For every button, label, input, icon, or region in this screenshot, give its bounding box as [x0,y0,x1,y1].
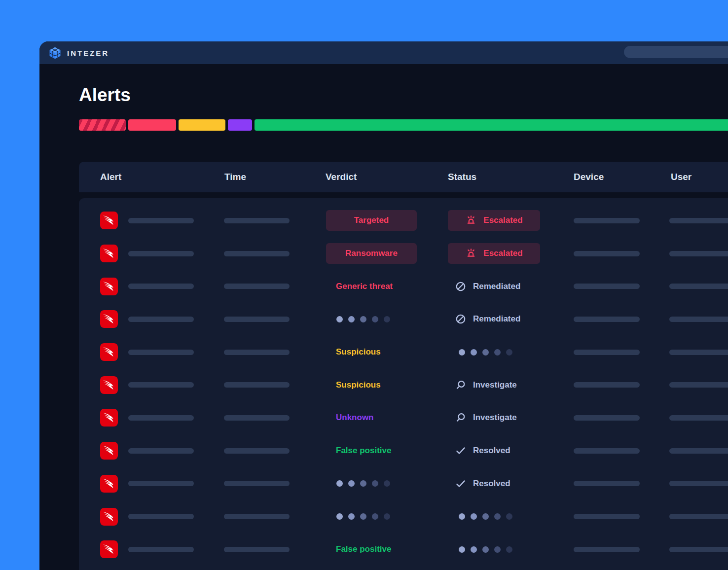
user-cell [669,401,728,434]
table-row[interactable]: UnknownInvestigate [79,401,728,434]
user-cell [669,237,728,270]
verdict-cell: False positive [326,434,417,467]
crowdstrike-falcon-icon [100,245,118,262]
status-badge[interactable]: Escalated [448,210,540,231]
search-icon [455,412,467,424]
time-cell [224,401,290,434]
column-header-time: Time [224,162,246,192]
status-indicator[interactable]: Remediated [448,313,520,325]
user-cell [669,434,728,467]
loading-dot [494,546,501,553]
status-indicator[interactable]: Investigate [448,412,517,424]
status-indicator[interactable]: Remediated [448,281,520,292]
loading-dot [336,513,343,520]
search-input[interactable] [624,46,728,58]
user-skeleton [669,514,728,519]
loading-dot [506,513,512,520]
segment-unknown[interactable] [228,119,252,131]
loading-dot [348,513,355,520]
alert-name-skeleton [128,514,194,519]
loading-dot [482,546,489,553]
check-icon [455,445,467,457]
time-skeleton [224,448,290,454]
verdict-badge[interactable]: Ransomware [326,243,417,264]
device-skeleton [574,382,640,388]
table-row[interactable]: TargetedEscalated [79,204,728,237]
time-skeleton [224,350,290,355]
loading-dot [372,480,378,487]
device-cell [574,303,640,336]
segment-critical-striped[interactable] [79,119,126,131]
user-skeleton [669,317,728,322]
crowdstrike-falcon-icon [100,343,118,361]
table-row[interactable]: False positive [79,533,728,566]
table-row[interactable]: Generic threatRemediated [79,270,728,303]
device-skeleton [574,481,640,486]
status-badge[interactable]: Escalated [448,243,540,264]
table-header: Alert Time Verdict Status Device User [79,162,728,192]
crowdstrike-falcon-icon [100,540,118,558]
page-title: Alerts [79,86,131,104]
loading-dots [326,480,390,487]
falcon-glyph-icon [102,443,116,458]
loading-dot [384,480,390,487]
verdict-label: False positive [326,446,391,456]
verdict-cell [326,500,417,533]
loading-dot [384,513,390,520]
loading-dot [471,546,477,553]
table-row[interactable]: RansomwareEscalated [79,237,728,270]
segment-critical[interactable] [128,119,176,131]
status-indicator[interactable]: Investigate [448,379,517,391]
status-label: Escalated [483,215,522,225]
alert-source-cell [100,500,118,533]
time-cell [224,434,290,467]
status-cell: Investigate [448,368,540,401]
column-header-verdict: Verdict [326,162,357,192]
table-row[interactable]: Resolved [79,467,728,500]
device-cell [574,270,640,303]
status-cell [448,533,540,566]
verdict-badge[interactable]: Targeted [326,210,417,231]
device-skeleton [574,251,640,256]
alert-source-cell [100,303,118,336]
loading-dot [360,316,366,322]
status-label: Investigate [473,413,517,423]
crowdstrike-falcon-icon [100,310,118,328]
status-cell: Escalated [448,237,540,270]
falcon-glyph-icon [102,246,116,261]
device-cell [574,401,640,434]
time-cell [224,270,290,303]
alerts-summary-bar [79,119,728,131]
table-row[interactable] [79,500,728,533]
time-cell [224,533,290,566]
table-row[interactable]: SuspiciousInvestigate [79,368,728,401]
alert-name-cell [128,500,194,533]
table-row[interactable]: False positiveResolved [79,434,728,467]
status-indicator[interactable]: Resolved [448,478,510,490]
table-row[interactable]: Remediated [79,303,728,336]
loading-dots [448,349,512,356]
verdict-label: False positive [326,544,391,554]
segment-suspicious[interactable] [179,119,225,131]
status-indicator[interactable]: Resolved [448,445,510,457]
crowdstrike-falcon-icon [100,212,118,229]
column-header-status: Status [448,162,476,192]
alert-source-cell [100,368,118,401]
user-cell [669,303,728,336]
time-skeleton [224,415,290,421]
status-cell: Remediated [448,270,540,303]
user-skeleton [669,350,728,355]
brand[interactable]: INTEZER [48,46,109,60]
user-skeleton [669,547,728,552]
table-row[interactable]: Suspicious [79,336,728,369]
time-cell [224,336,290,369]
ban-icon [455,313,467,325]
loading-dot [482,513,489,520]
alert-name-cell [128,533,194,566]
status-cell: Escalated [448,204,540,237]
user-skeleton [669,448,728,454]
device-cell [574,500,640,533]
segment-clean[interactable] [255,119,728,131]
alert-name-skeleton [128,317,194,322]
status-label: Investigate [473,380,517,390]
